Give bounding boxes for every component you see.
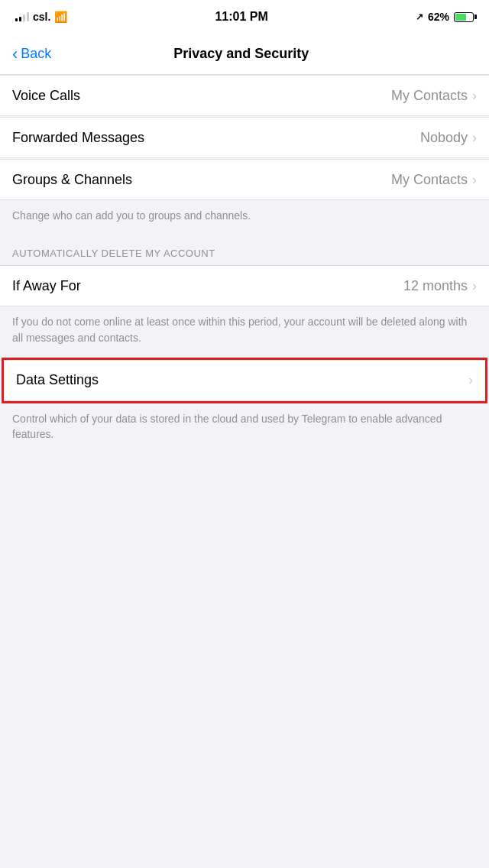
data-settings-label: Data Settings: [16, 372, 99, 388]
if-away-for-value: 12 months ›: [403, 278, 477, 294]
data-settings-value: ›: [468, 372, 473, 388]
data-settings-highlighted-container: Data Settings ›: [2, 358, 487, 403]
forwarded-messages-chevron-icon: ›: [472, 130, 477, 146]
voice-calls-label: Voice Calls: [12, 88, 80, 104]
groups-channels-value: My Contacts ›: [391, 172, 477, 188]
auto-delete-header: AUTOMATICALLY DELETE MY ACCOUNT: [0, 235, 489, 265]
groups-channels-label: Groups & Channels: [12, 172, 132, 188]
signal-bar-3: [23, 15, 25, 21]
if-away-for-row[interactable]: If Away For 12 months ›: [0, 266, 489, 306]
back-label[interactable]: Back: [21, 46, 51, 62]
forwarded-messages-section: Forwarded Messages Nobody ›: [0, 117, 489, 158]
voice-calls-value: My Contacts ›: [391, 88, 477, 104]
if-away-for-label: If Away For: [12, 278, 81, 294]
status-time: 11:01 PM: [215, 10, 267, 24]
data-settings-row[interactable]: Data Settings ›: [4, 361, 485, 400]
back-chevron-icon: ‹: [12, 46, 18, 63]
if-away-for-value-text: 12 months: [403, 278, 468, 294]
battery-container: [454, 12, 474, 22]
if-away-for-description: If you do not come online at least once …: [0, 306, 489, 358]
status-left: csl. 📶: [15, 11, 67, 23]
groups-channels-value-text: My Contacts: [391, 172, 468, 188]
battery-fill: [455, 14, 466, 21]
data-settings-description: Control which of your data is stored in …: [0, 403, 489, 455]
voice-calls-section: Voice Calls My Contacts ›: [0, 75, 489, 116]
forwarded-messages-value-text: Nobody: [420, 130, 468, 146]
voice-calls-chevron-icon: ›: [472, 88, 477, 104]
groups-channels-row[interactable]: Groups & Channels My Contacts ›: [0, 160, 489, 199]
if-away-for-chevron-icon: ›: [472, 278, 477, 294]
nav-bar: ‹ Back Privacy and Security: [0, 34, 489, 75]
signal-bar-1: [15, 18, 18, 21]
settings-group: Voice Calls My Contacts › Forwarded Mess…: [0, 75, 489, 454]
forwarded-messages-label: Forwarded Messages: [12, 130, 144, 146]
voice-calls-row[interactable]: Voice Calls My Contacts ›: [0, 76, 489, 115]
status-right: ↗ 62%: [416, 11, 474, 23]
battery-icon: [454, 12, 474, 22]
signal-bars: [15, 12, 29, 21]
voice-calls-value-text: My Contacts: [391, 88, 468, 104]
page-title: Privacy and Security: [51, 46, 431, 62]
status-bar: csl. 📶 11:01 PM ↗ 62%: [0, 0, 489, 34]
carrier-label: csl.: [33, 11, 50, 23]
groups-channels-description: Change who can add you to groups and cha…: [0, 200, 489, 235]
if-away-for-section: If Away For 12 months ›: [0, 265, 489, 306]
location-icon: ↗: [416, 11, 423, 22]
forwarded-messages-value: Nobody ›: [420, 130, 477, 146]
forwarded-messages-row[interactable]: Forwarded Messages Nobody ›: [0, 118, 489, 157]
wifi-icon: 📶: [54, 11, 67, 23]
data-settings-section: Data Settings ›: [4, 360, 485, 401]
groups-channels-section: Groups & Channels My Contacts ›: [0, 159, 489, 200]
data-settings-chevron-icon: ›: [468, 372, 473, 388]
battery-percent-label: 62%: [428, 11, 449, 23]
signal-bar-2: [19, 17, 21, 21]
signal-bar-4: [27, 12, 29, 21]
groups-channels-chevron-icon: ›: [472, 172, 477, 188]
back-button[interactable]: ‹ Back: [12, 46, 51, 63]
